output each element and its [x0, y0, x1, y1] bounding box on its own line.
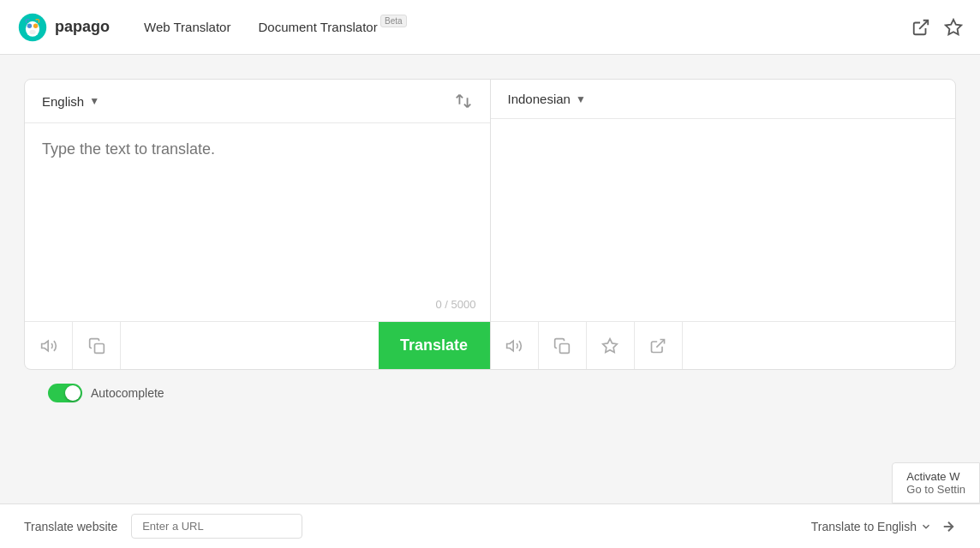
autocomplete-row: Autocomplete	[24, 370, 956, 416]
translate-button[interactable]: Translate	[379, 322, 490, 370]
left-copy-icon	[88, 337, 105, 354]
share-icon-button[interactable]	[911, 18, 930, 37]
activate-windows-overlay: Activate W Go to Settin	[892, 462, 980, 503]
left-panel: English ▼ 0 / 5000	[25, 80, 491, 369]
source-text-area: 0 / 5000	[25, 123, 490, 321]
header-right	[911, 18, 963, 37]
translator-container: English ▼ 0 / 5000	[24, 79, 956, 370]
target-language-label: Indonesian	[508, 92, 571, 106]
right-favorite-button[interactable]	[587, 322, 635, 370]
source-language-label: English	[42, 94, 84, 109]
right-text-area	[491, 119, 956, 321]
left-panel-footer: Translate	[25, 321, 490, 369]
logo[interactable]: papago	[17, 12, 110, 43]
swap-languages-button[interactable]	[454, 92, 473, 110]
translate-to-english-chevron-icon	[920, 521, 932, 533]
right-volume-icon	[505, 337, 523, 354]
papago-logo-icon	[17, 12, 48, 43]
right-star-icon	[601, 337, 618, 354]
svg-point-4	[29, 29, 35, 33]
svg-marker-11	[603, 338, 618, 352]
bottom-bar: Translate website Translate to English	[0, 503, 980, 548]
target-language-selector[interactable]: Indonesian ▼	[508, 92, 586, 106]
nav-web-translator[interactable]: Web Translator	[130, 13, 244, 41]
target-language-chevron-icon: ▼	[576, 93, 586, 105]
nav-links: Web Translator Document Translator Beta	[130, 13, 409, 41]
nav-document-translator[interactable]: Document Translator Beta	[244, 13, 408, 41]
char-count: 0 / 5000	[436, 298, 476, 311]
activate-windows-line2: Go to Settin	[906, 483, 965, 496]
left-copy-button[interactable]	[73, 322, 121, 370]
logo-text: papago	[55, 18, 110, 36]
right-copy-icon	[553, 337, 571, 354]
translate-website-link[interactable]: Translate website	[24, 520, 117, 533]
svg-marker-9	[507, 341, 514, 351]
bottom-bar-right: Translate to English	[811, 519, 956, 534]
left-panel-header: English ▼	[25, 80, 490, 123]
url-input[interactable]	[131, 514, 302, 539]
header: papago Web Translator Document Translato…	[0, 0, 980, 55]
autocomplete-label: Autocomplete	[91, 386, 164, 400]
bottom-arrow-icon	[941, 519, 956, 534]
share-icon	[911, 18, 930, 37]
right-panel-footer	[491, 321, 956, 369]
source-language-chevron-icon: ▼	[89, 95, 99, 107]
swap-icon	[454, 92, 473, 110]
svg-point-2	[27, 23, 32, 27]
translate-to-english-link[interactable]: Translate to English	[811, 520, 932, 533]
right-share-icon	[649, 337, 666, 354]
svg-marker-7	[41, 341, 48, 351]
right-volume-button[interactable]	[491, 322, 539, 370]
svg-rect-8	[94, 343, 104, 353]
header-left: papago Web Translator Document Translato…	[17, 12, 409, 43]
right-panel: Indonesian ▼	[491, 80, 956, 369]
activate-windows-line1: Activate W	[906, 470, 965, 483]
svg-point-3	[33, 23, 38, 27]
svg-marker-6	[946, 19, 961, 33]
autocomplete-toggle[interactable]	[48, 384, 82, 402]
svg-line-5	[919, 20, 928, 28]
right-panel-header: Indonesian ▼	[491, 80, 956, 119]
source-text-input[interactable]	[42, 140, 473, 295]
right-share-button[interactable]	[635, 322, 683, 370]
svg-line-12	[656, 339, 664, 347]
bottom-bar-left: Translate website	[24, 514, 302, 539]
source-language-selector[interactable]: English ▼	[42, 94, 99, 109]
beta-badge: Beta	[380, 15, 407, 27]
bookmark-icon	[944, 18, 963, 37]
bookmark-icon-button[interactable]	[944, 18, 963, 37]
right-copy-button[interactable]	[539, 322, 587, 370]
left-volume-button[interactable]	[25, 322, 73, 370]
svg-rect-10	[560, 343, 570, 353]
main-content: English ▼ 0 / 5000	[0, 55, 980, 416]
bottom-arrow-button[interactable]	[941, 519, 956, 534]
left-volume-icon	[40, 337, 57, 354]
